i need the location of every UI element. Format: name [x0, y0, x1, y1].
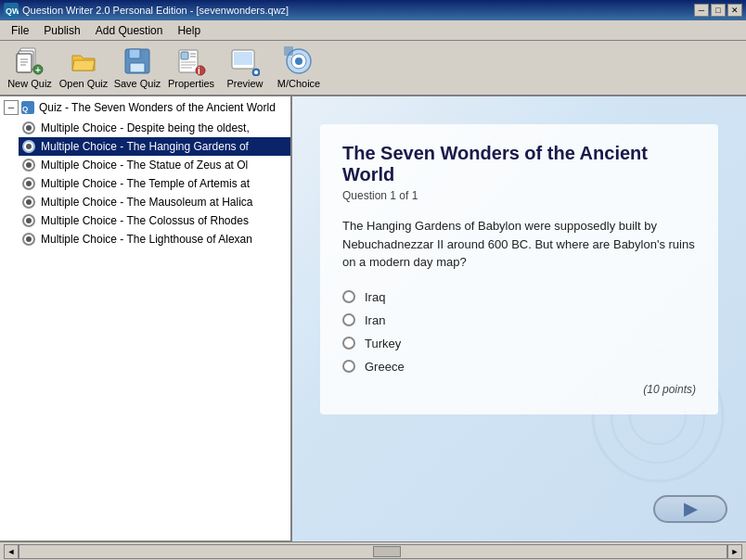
mchoice-icon — [284, 46, 314, 76]
quiz-points: (10 points) — [342, 383, 696, 396]
preview-panel: The Seven Wonders of the Ancient World Q… — [292, 96, 746, 541]
svg-text:Q: Q — [22, 105, 28, 113]
quiz-icon: Q — [20, 100, 35, 115]
tree-item[interactable]: Multiple Choice - The Statue of Zeus at … — [19, 156, 290, 174]
preview-label: Preview — [226, 78, 263, 89]
open-quiz-label: Open Quiz — [59, 78, 109, 89]
tree-item-label: Multiple Choice - The Statue of Zeus at … — [41, 159, 248, 172]
radio-icon — [22, 159, 35, 172]
tree-item[interactable]: Multiple Choice - Despite being the olde… — [19, 119, 290, 137]
menu-add-question[interactable]: Add Question — [88, 22, 171, 39]
quiz-question-number: Question 1 of 1 — [342, 189, 696, 202]
properties-icon: i — [176, 46, 206, 76]
radio-icon — [22, 121, 35, 134]
option-label: Turkey — [365, 337, 401, 350]
preview-icon — [230, 46, 260, 76]
svg-text:i: i — [198, 66, 200, 76]
tree-item[interactable]: Multiple Choice - The Colossus of Rhodes — [19, 211, 290, 230]
tree-item[interactable]: Multiple Choice - The Temple of Artemis … — [19, 174, 290, 193]
quiz-option[interactable]: Greece — [342, 360, 696, 374]
svg-point-26 — [254, 70, 258, 74]
quiz-option[interactable]: Iraq — [342, 290, 696, 304]
tree-root[interactable]: ─ Q Quiz - The Seven Wonders of the Anci… — [0, 96, 290, 119]
tree-item-label: Multiple Choice - The Lighthouse of Alex… — [41, 233, 252, 246]
option-label: Iran — [365, 313, 385, 327]
svg-text:QW: QW — [6, 6, 19, 16]
scroll-right-button[interactable]: ► — [727, 544, 742, 559]
quiz-preview: The Seven Wonders of the Ancient World Q… — [320, 124, 718, 414]
new-quiz-icon: + — [15, 46, 45, 76]
tree-item[interactable]: Multiple Choice - The Lighthouse of Alex… — [19, 230, 290, 248]
radio-icon — [22, 140, 35, 153]
properties-button[interactable]: i Properties — [165, 44, 217, 92]
toolbar: + New Quiz Open Quiz Save Quiz — [0, 41, 746, 96]
next-button[interactable]: ▶ — [653, 495, 727, 523]
tree-item-label: Multiple Choice - Despite being the olde… — [41, 121, 250, 134]
option-radio — [342, 290, 355, 303]
preview-button[interactable]: Preview — [219, 44, 271, 92]
save-quiz-label: Save Quiz — [114, 78, 161, 89]
menu-publish[interactable]: Publish — [36, 22, 87, 39]
radio-icon — [22, 233, 35, 246]
quiz-question-text: The Hanging Gardens of Babylon were supp… — [342, 217, 696, 272]
main-area: ─ Q Quiz - The Seven Wonders of the Anci… — [0, 96, 746, 541]
properties-label: Properties — [168, 78, 214, 89]
collapse-button[interactable]: ─ — [4, 100, 19, 115]
svg-rect-12 — [130, 63, 145, 72]
option-radio — [342, 337, 355, 350]
option-radio — [342, 313, 355, 326]
svg-rect-13 — [141, 50, 145, 57]
svg-rect-30 — [284, 46, 293, 56]
tree-children: Multiple Choice - Despite being the olde… — [0, 119, 290, 248]
quiz-option[interactable]: Iran — [342, 313, 696, 327]
status-bar: ◄ ► — [0, 541, 746, 560]
quiz-option[interactable]: Turkey — [342, 337, 696, 350]
tree-item-label: Multiple Choice - The Hanging Gardens of — [41, 140, 249, 153]
svg-rect-4 — [17, 54, 32, 72]
menu-bar: File Publish Add Question Help — [0, 20, 746, 41]
new-quiz-label: New Quiz — [7, 78, 52, 89]
quiz-title: The Seven Wonders of the Ancient World — [342, 143, 696, 185]
radio-icon — [22, 196, 35, 209]
tree-item[interactable]: Multiple Choice - The Mausoleum at Halic… — [19, 193, 290, 211]
open-quiz-button[interactable]: Open Quiz — [58, 44, 109, 92]
option-label: Iraq — [365, 290, 385, 304]
tree-item-label: Multiple Choice - The Colossus of Rhodes — [41, 214, 249, 227]
app-icon: QW — [4, 3, 19, 18]
mchoice-button[interactable]: M/Choice — [273, 44, 325, 92]
tree-item-label: Multiple Choice - The Mausoleum at Halic… — [41, 196, 253, 209]
next-arrow-icon: ▶ — [684, 499, 697, 519]
save-quiz-button[interactable]: Save Quiz — [111, 44, 163, 92]
window-title: Question Writer 2.0 Personal Edition - [… — [22, 5, 289, 16]
svg-text:+: + — [35, 65, 41, 75]
menu-file[interactable]: File — [4, 22, 36, 39]
scroll-thumb — [373, 546, 401, 557]
menu-help[interactable]: Help — [170, 22, 208, 39]
open-quiz-icon — [69, 46, 98, 76]
tree-panel: ─ Q Quiz - The Seven Wonders of the Anci… — [0, 96, 292, 541]
scroll-area[interactable] — [19, 544, 727, 559]
option-radio — [342, 360, 355, 373]
svg-rect-15 — [181, 52, 188, 59]
close-button[interactable]: ✕ — [727, 4, 742, 17]
maximize-button[interactable]: □ — [711, 4, 726, 17]
scroll-left-button[interactable]: ◄ — [4, 544, 19, 559]
new-quiz-button[interactable]: + New Quiz — [4, 44, 56, 92]
mchoice-label: M/Choice — [277, 78, 320, 89]
tree-item[interactable]: Multiple Choice - The Hanging Gardens of — [19, 137, 290, 156]
tree-root-label: Quiz - The Seven Wonders of the Ancient … — [39, 101, 276, 114]
title-bar: QW Question Writer 2.0 Personal Edition … — [0, 0, 746, 20]
radio-icon — [22, 177, 35, 190]
save-quiz-icon — [122, 46, 152, 76]
tree-item-label: Multiple Choice - The Temple of Artemis … — [41, 177, 250, 190]
radio-icon — [22, 214, 35, 227]
svg-rect-24 — [234, 52, 252, 65]
svg-point-29 — [295, 57, 302, 65]
svg-rect-11 — [129, 49, 140, 58]
minimize-button[interactable]: ─ — [694, 4, 709, 17]
option-label: Greece — [365, 360, 405, 374]
